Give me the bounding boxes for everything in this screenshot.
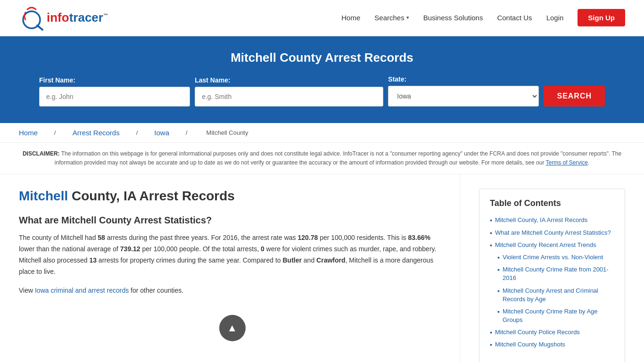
para1-text3: per 100,000 residents. This is bbox=[318, 234, 408, 241]
article-paragraph1: The county of Mitchell had 58 arrests du… bbox=[19, 232, 446, 277]
main-content: Mitchell County, IA Arrest Records What … bbox=[0, 174, 644, 362]
toc-link-2[interactable]: Mitchell County Recent Arrest Trends bbox=[495, 241, 596, 249]
breadcrumb-sep2: / bbox=[136, 129, 138, 136]
toc-link-3[interactable]: Violent Crime Arrests vs. Non-Violent bbox=[503, 253, 603, 262]
last-name-label: Last Name: bbox=[195, 76, 383, 84]
section1-heading: What are Mitchell County Arrest Statisti… bbox=[19, 215, 446, 226]
stat-lower: 83.66% bbox=[408, 234, 430, 241]
breadcrumb-sep1: / bbox=[54, 129, 56, 136]
breadcrumb: Home / Arrest Records / Iowa / Mitchell … bbox=[0, 123, 644, 143]
toc-link-4[interactable]: Mitchell County Crime Rate from 2001-201… bbox=[503, 265, 614, 282]
banner-title: Mitchell County Arrest Records bbox=[19, 50, 625, 65]
state-select[interactable]: Iowa Alabama Alaska Arizona bbox=[388, 86, 539, 107]
header: infotracer™ Home Searches ▾ Business Sol… bbox=[0, 0, 644, 36]
last-name-group: Last Name: bbox=[195, 76, 383, 107]
toc-item-6: Mitchell County Crime Rate by Age Groups bbox=[490, 307, 614, 324]
iowa-records-link[interactable]: Iowa criminal and arrest records bbox=[35, 287, 129, 294]
disclaimer-tos-link[interactable]: Terms of Service bbox=[546, 159, 588, 166]
breadcrumb-mitchell-county: Mitchell County bbox=[206, 129, 248, 136]
breadcrumb-sep3: / bbox=[186, 129, 188, 136]
breadcrumb-iowa[interactable]: Iowa bbox=[154, 129, 169, 137]
first-name-label: First Name: bbox=[39, 76, 190, 84]
stat-rate: 120.78 bbox=[297, 234, 318, 241]
toc-link-8[interactable]: Mitchell County Mugshots bbox=[495, 340, 565, 349]
state-group: State: Iowa Alabama Alaska Arizona bbox=[388, 75, 539, 107]
toc-item-3: Violent Crime Arrests vs. Non-Violent bbox=[490, 253, 614, 262]
breadcrumb-arrest-records[interactable]: Arrest Records bbox=[73, 129, 120, 137]
toc-link-7[interactable]: Mitchell County Police Records bbox=[495, 328, 580, 337]
disclaimer-label: DISCLAIMER: bbox=[23, 150, 60, 157]
view-text2: for other counties. bbox=[129, 287, 183, 294]
toc-item-0: Mitchell County, IA Arrest Records bbox=[490, 216, 614, 224]
stat-arrests: 58 bbox=[98, 234, 105, 241]
nav-home[interactable]: Home bbox=[341, 14, 360, 22]
toc-link-1[interactable]: What are Mitchell County Arrest Statisti… bbox=[495, 229, 611, 237]
chevron-down-icon: ▾ bbox=[406, 15, 409, 21]
first-name-input[interactable] bbox=[39, 87, 190, 107]
toc-item-2: Mitchell County Recent Arrest Trends bbox=[490, 241, 614, 249]
breadcrumb-home[interactable]: Home bbox=[19, 129, 38, 137]
article: Mitchell County, IA Arrest Records What … bbox=[19, 174, 460, 362]
para1-text5: per 100,000 people. Of the total arrests… bbox=[140, 245, 261, 253]
disclaimer-text: The information on this webpage is for g… bbox=[55, 150, 621, 166]
search-button[interactable]: SEARCH bbox=[544, 86, 605, 107]
para1-text8: and bbox=[302, 256, 316, 264]
toc-box: Table of Contents Mitchell County, IA Ar… bbox=[479, 189, 625, 362]
disclaimer-period: . bbox=[588, 159, 589, 166]
toc-link-5[interactable]: Mitchell County Arrest and Criminal Reco… bbox=[503, 287, 614, 304]
para1-text7: arrests for property crimes during the s… bbox=[97, 256, 283, 264]
toc-item-1: What are Mitchell County Arrest Statisti… bbox=[490, 229, 614, 237]
search-banner: Mitchell County Arrest Records First Nam… bbox=[0, 36, 644, 123]
nav-searches[interactable]: Searches ▾ bbox=[374, 14, 409, 22]
state-label: State: bbox=[388, 75, 539, 83]
view-text: View bbox=[19, 287, 35, 294]
toc-item-5: Mitchell County Arrest and Criminal Reco… bbox=[490, 287, 614, 304]
logo-tracer: tracer bbox=[69, 10, 103, 25]
toc-item-8: Mitchell County Mugshots bbox=[490, 340, 614, 349]
para1-text2: arrests during the past three years. For… bbox=[105, 234, 298, 241]
view-link-paragraph: View Iowa criminal and arrest records fo… bbox=[19, 285, 446, 296]
toc-item-4: Mitchell County Crime Rate from 2001-201… bbox=[490, 265, 614, 282]
main-nav: Home Searches ▾ Business Solutions Conta… bbox=[341, 9, 625, 26]
disclaimer: DISCLAIMER: The information on this webp… bbox=[0, 143, 644, 174]
para1-text1: The county of Mitchell had bbox=[19, 234, 98, 241]
toc-link-6[interactable]: Mitchell County Crime Rate by Age Groups bbox=[503, 307, 614, 324]
toc-heading: Table of Contents bbox=[490, 198, 614, 208]
scroll-to-top-button[interactable]: ▲ bbox=[219, 315, 246, 341]
nav-business-solutions[interactable]: Business Solutions bbox=[423, 14, 483, 22]
search-form: First Name: Last Name: State: Iowa Alaba… bbox=[39, 75, 605, 107]
chevron-up-icon: ▲ bbox=[227, 323, 238, 333]
city2: Crawford bbox=[316, 256, 345, 264]
article-heading: Mitchell County, IA Arrest Records bbox=[19, 189, 446, 204]
signup-button[interactable]: Sign Up bbox=[578, 9, 625, 26]
last-name-input[interactable] bbox=[195, 87, 383, 107]
city1: Butler bbox=[282, 256, 301, 264]
stat-national: 739.12 bbox=[120, 245, 140, 253]
toc-item-7: Mitchell County Police Records bbox=[490, 328, 614, 337]
stat-violent: 0 bbox=[261, 245, 264, 253]
toc-list: Mitchell County, IA Arrest Records What … bbox=[490, 216, 614, 349]
article-heading-highlight: Mitchell bbox=[19, 189, 68, 203]
svg-line-1 bbox=[37, 25, 42, 30]
nav-login[interactable]: Login bbox=[546, 14, 564, 22]
article-heading-rest: County, IA Arrest Records bbox=[68, 189, 235, 203]
nav-searches-link[interactable]: Searches bbox=[374, 14, 404, 22]
sidebar: Table of Contents Mitchell County, IA Ar… bbox=[474, 174, 625, 362]
stat-property: 13 bbox=[89, 256, 97, 264]
nav-contact-us[interactable]: Contact Us bbox=[497, 14, 532, 22]
first-name-group: First Name: bbox=[39, 76, 190, 107]
logo-info: info bbox=[47, 10, 69, 25]
logo[interactable]: infotracer™ bbox=[19, 5, 108, 31]
logo-tm: ™ bbox=[103, 13, 108, 18]
para1-text4: lower than the national average of bbox=[19, 245, 120, 253]
toc-link-0[interactable]: Mitchell County, IA Arrest Records bbox=[495, 216, 587, 224]
